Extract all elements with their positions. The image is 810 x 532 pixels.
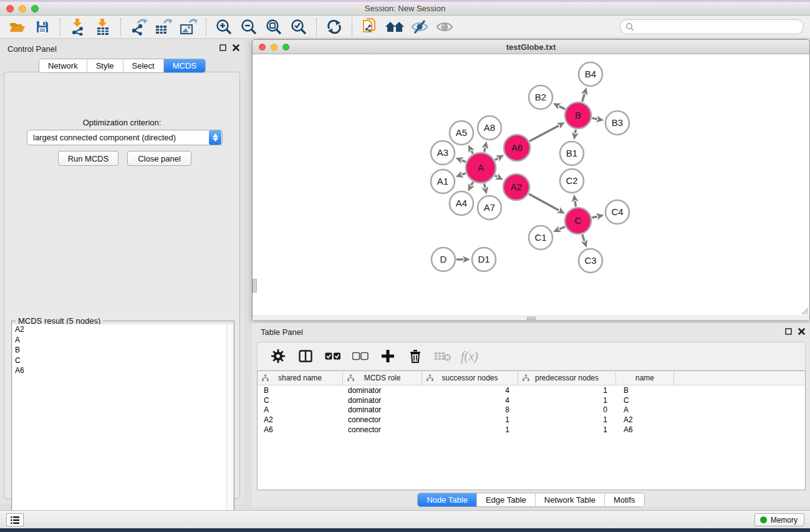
close-panel-icon[interactable] xyxy=(798,328,805,335)
save-session-icon[interactable] xyxy=(30,17,55,36)
table-cell[interactable]: B xyxy=(616,385,674,395)
graph-node-A7[interactable]: A7 xyxy=(478,196,501,220)
open-file-icon[interactable] xyxy=(5,17,30,36)
network-canvas[interactable]: AA1A2A3A4A5A6A7A8BB1B2B3B4CC1C2C3C4DD1 xyxy=(253,54,809,316)
resize-grip-icon[interactable] xyxy=(800,306,809,315)
network-window-titlebar[interactable]: testGlobe.txt xyxy=(253,40,809,54)
graph-node-A4[interactable]: A4 xyxy=(450,191,473,215)
table-row[interactable]: Adominator80A xyxy=(258,405,805,415)
graph-edge-A2-C[interactable] xyxy=(529,194,559,210)
hide-eye-icon[interactable] xyxy=(407,17,432,36)
graph-node-B2[interactable]: B2 xyxy=(529,85,552,109)
graph-edge-A-A3[interactable] xyxy=(462,160,466,162)
graph-edge-C-C3[interactable] xyxy=(582,235,584,241)
graph-edge-C-C4[interactable] xyxy=(592,216,597,218)
export-image-icon[interactable] xyxy=(176,17,201,36)
task-history-button[interactable] xyxy=(6,513,24,526)
table-cell[interactable]: B xyxy=(258,385,343,395)
tab-node-table[interactable]: Node Table xyxy=(418,493,476,506)
refresh-icon[interactable] xyxy=(322,17,347,36)
graph-node-C1[interactable]: C1 xyxy=(529,226,552,249)
zoom-in-icon[interactable] xyxy=(211,17,236,36)
tab-motifs[interactable]: Motifs xyxy=(604,493,644,506)
delete-column-trash-icon[interactable] xyxy=(406,347,425,365)
graph-node-A[interactable]: A xyxy=(466,153,496,183)
table-row[interactable]: A6connector11A6 xyxy=(258,425,805,435)
graph-edge-A-A7[interactable] xyxy=(485,183,485,187)
table-row[interactable]: Bdominator41B xyxy=(258,385,805,395)
mcds-result-item[interactable]: C xyxy=(12,355,228,366)
table-cell[interactable]: A2 xyxy=(616,415,674,425)
table-cell[interactable]: connector xyxy=(343,425,422,435)
memory-button[interactable]: Memory xyxy=(755,513,804,526)
column-header-predecessor-nodes[interactable]: predecessor nodes xyxy=(518,371,616,385)
table-cell[interactable]: 1 xyxy=(518,425,616,435)
close-panel-icon[interactable] xyxy=(233,44,239,51)
zoom-selected-icon[interactable] xyxy=(286,17,311,36)
table-cell[interactable]: dominator xyxy=(343,405,422,415)
column-header-mcds-role[interactable]: MCDS role xyxy=(343,371,422,385)
graph-node-B1[interactable]: B1 xyxy=(560,142,584,165)
graph-node-A2[interactable]: A2 xyxy=(503,174,529,200)
float-panel-icon[interactable] xyxy=(785,328,792,335)
tab-mcds[interactable]: MCDS xyxy=(163,59,205,72)
run-mcds-button[interactable]: Run MCDS xyxy=(58,151,118,166)
table-cell[interactable]: A xyxy=(616,405,674,415)
table-cell[interactable]: A6 xyxy=(616,425,674,435)
mcds-result-item[interactable]: A xyxy=(12,335,228,346)
column-header-shared-name[interactable]: shared name xyxy=(258,371,343,385)
graph-edge-C-C1[interactable] xyxy=(559,226,565,229)
graph-edge-B-B1[interactable] xyxy=(575,130,576,133)
mcds-list-scrollbar[interactable] xyxy=(226,324,233,530)
graph-node-A1[interactable]: A1 xyxy=(431,170,455,193)
graph-node-D1[interactable]: D1 xyxy=(472,248,496,271)
deselect-all-columns-icon[interactable] xyxy=(351,347,370,365)
graph-node-D[interactable]: D xyxy=(432,248,455,271)
add-column-icon[interactable] xyxy=(378,347,397,365)
network-hscroll-thumb[interactable] xyxy=(527,317,536,320)
tab-network[interactable]: Network xyxy=(39,59,87,72)
network-vscroll-thumb[interactable] xyxy=(253,279,257,293)
graph-node-A8[interactable]: A8 xyxy=(478,116,501,140)
graph-edge-A-A2[interactable] xyxy=(495,175,497,177)
table-cell[interactable]: 1 xyxy=(422,425,518,435)
select-all-columns-icon[interactable] xyxy=(324,347,342,365)
graph-node-B4[interactable]: B4 xyxy=(579,62,602,86)
table-cell[interactable]: C xyxy=(616,395,674,405)
table-cell[interactable]: 1 xyxy=(422,415,518,425)
graph-node-C2[interactable]: C2 xyxy=(560,169,584,193)
import-network-icon[interactable] xyxy=(65,17,90,36)
table-settings-gear-icon[interactable] xyxy=(269,347,287,365)
criterion-dropdown[interactable]: largest connected component (directed) xyxy=(27,130,223,145)
table-cell[interactable]: 1 xyxy=(518,395,616,405)
import-table-icon[interactable] xyxy=(90,17,115,36)
table-cell[interactable]: dominator xyxy=(343,385,422,395)
mcds-result-item[interactable]: A2 xyxy=(12,324,228,335)
tab-network-table[interactable]: Network Table xyxy=(535,493,604,506)
graph-edge-A-A4[interactable] xyxy=(471,182,473,185)
table-row[interactable]: Cdominator41C xyxy=(258,395,805,405)
tab-style[interactable]: Style xyxy=(87,59,123,72)
mcds-result-item[interactable]: B xyxy=(12,345,228,355)
export-network-icon[interactable] xyxy=(126,17,151,36)
float-panel-icon[interactable] xyxy=(219,44,226,51)
table-cell[interactable]: C xyxy=(258,395,343,405)
tab-select[interactable]: Select xyxy=(123,59,163,72)
graph-node-C4[interactable]: C4 xyxy=(605,200,629,224)
search-field[interactable] xyxy=(620,19,804,34)
graph-node-A3[interactable]: A3 xyxy=(431,141,455,165)
graph-edge-A-A8[interactable] xyxy=(485,148,485,152)
graph-edge-B-B3[interactable] xyxy=(592,118,597,119)
split-table-icon[interactable] xyxy=(296,347,315,365)
table-cell[interactable]: A2 xyxy=(258,415,343,425)
graph-edge-C-C2[interactable] xyxy=(575,201,576,207)
table-cell[interactable]: 1 xyxy=(518,415,616,425)
table-cell[interactable]: 0 xyxy=(518,405,616,415)
table-cell[interactable]: 4 xyxy=(422,385,518,395)
home-icon[interactable] xyxy=(382,17,407,36)
graph-edge-B-B2[interactable] xyxy=(559,106,566,109)
table-cell[interactable]: 1 xyxy=(518,385,616,395)
graph-edge-A-A1[interactable] xyxy=(462,173,465,175)
table-cell[interactable]: 8 xyxy=(422,405,518,415)
graph-node-A5[interactable]: A5 xyxy=(450,121,473,145)
